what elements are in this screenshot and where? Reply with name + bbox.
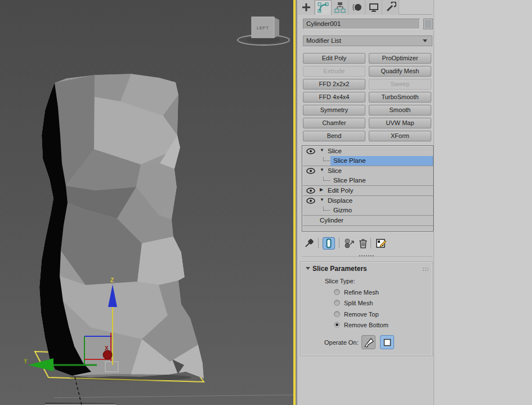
radio-refine-mesh-label[interactable]: Refine Mesh — [344, 289, 379, 296]
slice-type-label: Slice Type: — [325, 278, 355, 284]
tab-modify[interactable] — [315, 0, 332, 15]
caret-down-icon[interactable]: ▼ — [320, 148, 324, 153]
panel-empty-area — [433, 0, 532, 405]
make-unique-button[interactable] — [343, 237, 356, 250]
modifier-button-quadify-mesh[interactable]: Quadify Mesh — [369, 66, 431, 77]
radio-remove-top[interactable] — [334, 311, 340, 317]
operate-on-faces-button[interactable] — [361, 335, 375, 349]
stack-row-slice-2[interactable]: ▼ Slice — [303, 166, 433, 176]
collapse-arrow-icon — [306, 267, 310, 270]
viewport-canvas: Z Y X LEFT — [0, 0, 293, 405]
plus-icon — [301, 2, 312, 13]
radio-split-mesh[interactable] — [334, 300, 340, 306]
configure-sets-icon — [375, 238, 387, 249]
stack-separator — [303, 225, 433, 226]
tree-branch — [323, 177, 330, 181]
eye-icon[interactable] — [306, 188, 315, 194]
show-end-result-button[interactable] — [323, 237, 335, 250]
tab-create[interactable] — [298, 0, 315, 15]
grid-line — [53, 395, 293, 398]
grip-dots-icon — [423, 268, 424, 269]
modifier-button-turbosmooth[interactable]: TurboSmooth — [369, 92, 431, 103]
eye-icon[interactable] — [306, 168, 315, 174]
radio-refine-mesh[interactable] — [334, 289, 340, 295]
modifier-button-prooptimizer[interactable]: ProOptimizer — [369, 53, 431, 64]
modifier-button-uvw-map[interactable]: UVW Map — [369, 118, 431, 128]
stack-row-gizmo[interactable]: Gizmo — [303, 206, 433, 215]
rollout-title: Slice Parameters — [312, 265, 367, 273]
object-color-swatch[interactable] — [423, 19, 433, 29]
stack-row-edit-poly[interactable]: ▶ Edit Poly — [303, 186, 433, 195]
toolbar-divider — [339, 238, 339, 248]
modifier-button-smooth[interactable]: Smooth — [369, 105, 431, 115]
rollout-drag-handle[interactable] — [359, 255, 374, 256]
tab-utilities[interactable] — [382, 0, 399, 15]
operate-on-polygons-button[interactable] — [380, 335, 394, 349]
caret-down-icon[interactable]: ▼ — [320, 197, 324, 202]
viewcube[interactable]: LEFT — [238, 17, 289, 45]
object-name-field[interactable]: Cylinder001 — [303, 19, 420, 29]
caret-right-icon[interactable]: ▶ — [320, 187, 323, 192]
pin-stack-button[interactable] — [303, 237, 315, 250]
modifier-button-symmetry[interactable]: Symmetry — [303, 105, 365, 115]
pin-icon — [304, 238, 314, 248]
motion-icon — [351, 2, 363, 13]
eye-icon[interactable] — [306, 198, 315, 204]
command-panel-tabs — [297, 0, 433, 15]
configure-modifier-sets-button[interactable] — [375, 237, 387, 250]
make-unique-icon — [344, 238, 355, 249]
modifier-stack-list: ▼ Slice Slice Plane ▼ Slice Slice Plane — [302, 145, 433, 232]
trash-icon — [359, 238, 368, 248]
object-shadow — [70, 374, 191, 381]
stack-row-cylinder[interactable]: Cylinder — [303, 216, 433, 225]
3dsmax-window: Z Y X LEFT — [0, 0, 532, 405]
remove-modifier-button[interactable] — [357, 237, 369, 250]
stack-row-displace[interactable]: ▼ Displace — [303, 196, 433, 206]
stack-row-slice-plane-1[interactable]: Slice Plane — [303, 156, 433, 166]
hierarchy-icon — [334, 2, 346, 13]
y-axis-arrow — [28, 358, 53, 371]
modifier-button-edit-poly[interactable]: Edit Poly — [303, 53, 365, 64]
modifier-list-dropdown[interactable]: Modifier List — [303, 35, 432, 46]
viewcube-side-face — [274, 17, 279, 38]
y-axis-label: Y — [24, 358, 28, 364]
modifier-button-sweep: Sweep — [369, 79, 431, 90]
tree-branch — [323, 207, 330, 211]
modifier-button-bend[interactable]: Bend — [303, 131, 365, 141]
z-axis-label: Z — [110, 277, 114, 283]
modifier-button-xform[interactable]: XForm — [369, 131, 431, 141]
modifier-button-chamfer[interactable]: Chamfer — [303, 118, 365, 128]
grid-line-major — [45, 403, 115, 404]
modifier-button-ffd-2x2x2[interactable]: FFD 2x2x2 — [303, 79, 365, 90]
tab-display[interactable] — [365, 0, 382, 15]
tree-branch — [323, 157, 330, 161]
radio-remove-bottom[interactable] — [334, 322, 340, 328]
display-icon — [368, 2, 379, 13]
modifier-button-ffd-4x4x4[interactable]: FFD 4x4x4 — [303, 92, 365, 103]
face-select-icon — [363, 337, 374, 348]
radio-remove-bottom-label[interactable]: Remove Bottom — [344, 322, 388, 328]
modifier-list-label: Modifier List — [306, 37, 341, 44]
radio-remove-top-label[interactable]: Remove Top — [344, 311, 379, 318]
chevron-down-icon — [423, 39, 427, 42]
rollout-separator — [302, 256, 432, 257]
x-axis-ball — [103, 350, 112, 359]
viewport-left-view[interactable]: Z Y X LEFT — [0, 0, 293, 405]
stack-row-slice-plane-2[interactable]: Slice Plane — [303, 176, 433, 185]
tab-hierarchy[interactable] — [332, 0, 348, 15]
command-panel: Cylinder001 Modifier List Edit Poly ProO… — [297, 0, 433, 405]
show-end-result-icon — [325, 238, 333, 248]
viewcube-face-label: LEFT — [257, 25, 269, 30]
rollout-header[interactable]: Slice Parameters — [301, 264, 432, 274]
modify-icon — [318, 2, 329, 14]
x-axis-label: X — [105, 345, 109, 351]
cylinder-mesh[interactable] — [39, 74, 204, 379]
toolbar-divider — [370, 238, 371, 248]
stack-row-slice-1[interactable]: ▼ Slice — [303, 146, 433, 156]
tab-motion[interactable] — [348, 0, 365, 15]
toolbar-divider — [318, 238, 319, 248]
modifier-button-extrude: Extrude — [303, 66, 365, 77]
caret-down-icon[interactable]: ▼ — [320, 167, 324, 172]
eye-icon[interactable] — [306, 148, 315, 154]
radio-split-mesh-label[interactable]: Split Mesh — [344, 300, 373, 306]
